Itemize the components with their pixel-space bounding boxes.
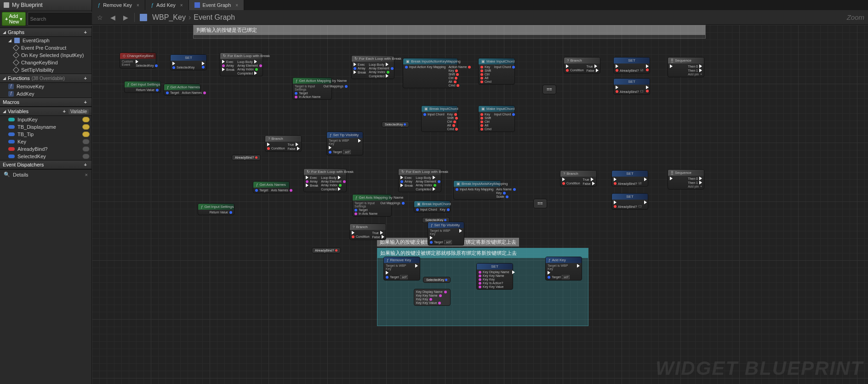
node-remove-key[interactable]: ƒRemove Key Target is WBP KeyTarget self bbox=[383, 257, 420, 281]
close-icon[interactable]: × bbox=[85, 172, 88, 178]
variable-item[interactable]: SelectedKey bbox=[0, 153, 91, 160]
variables-section-header[interactable]: ◢Variables + Variable bbox=[0, 107, 91, 116]
node-set-alreadybind-4[interactable]: SET AlreadyBind?☐ bbox=[611, 193, 648, 210]
variable-item[interactable]: TB_Displayname bbox=[0, 123, 91, 131]
node-break-iakm[interactable]: ▣Break InputActionKeyMapping Input Actio… bbox=[403, 58, 458, 88]
node-get-axis-names[interactable]: ƒGet Axis Names TargetAxis Names bbox=[253, 181, 290, 193]
node-branch-3[interactable]: ?Branch Condition TrueFalse bbox=[349, 224, 386, 240]
function-item[interactable]: f AddKey bbox=[0, 90, 91, 97]
node-branch-1[interactable]: ?Branch Condition TrueFalse bbox=[265, 135, 302, 152]
variable-label: Key bbox=[17, 139, 26, 144]
dispatchers-section-header[interactable]: Event Dispatchers + bbox=[0, 160, 91, 169]
variable-item[interactable]: AlreadyBind? bbox=[0, 145, 91, 153]
visibility-toggle-icon[interactable] bbox=[82, 132, 90, 137]
panel-title: My Blueprint bbox=[0, 0, 91, 10]
tab-label: Event Graph bbox=[203, 2, 231, 8]
add-function-button[interactable]: + bbox=[82, 75, 89, 81]
graphs-section-header[interactable]: ◢Graphs + bbox=[0, 28, 91, 37]
macros-section-header[interactable]: Macros + bbox=[0, 97, 91, 107]
graph-home-icon[interactable] bbox=[139, 13, 148, 22]
node-set-selectedkey[interactable]: SET SelectedKey bbox=[170, 54, 207, 70]
add-new-label: Add New bbox=[9, 13, 19, 24]
node-selectedkey-getter-3[interactable]: SelectedKey bbox=[423, 277, 451, 283]
node-set-alreadybind-1[interactable]: SET AlreadyBind?☑ bbox=[613, 57, 650, 74]
node-make-inputchord-1[interactable]: ▣Make InputChord KeyShiftCtrlAltCmd Inpu… bbox=[478, 58, 515, 85]
function-item[interactable]: f RemoveKey bbox=[0, 83, 91, 90]
close-icon[interactable]: × bbox=[137, 3, 139, 8]
close-icon[interactable]: × bbox=[180, 3, 183, 8]
graph-event-item[interactable]: On Key Selected (InputKey) bbox=[0, 52, 91, 59]
add-new-button[interactable]: + Add New ▾ bbox=[2, 12, 26, 26]
variable-item[interactable]: TB_Tip bbox=[0, 131, 91, 138]
graph-tab[interactable]: Event Graph × bbox=[189, 0, 245, 10]
node-get-input-settings-1[interactable]: ƒGet Input Settings Return Value bbox=[124, 81, 161, 93]
node-alreadybind-getter-1[interactable]: AlreadyBind? bbox=[232, 155, 261, 160]
breadcrumb-parent[interactable]: WBP_Key bbox=[152, 13, 186, 22]
graph-tab[interactable]: ƒAdd Key × bbox=[145, 0, 189, 10]
close-icon[interactable]: × bbox=[235, 3, 238, 8]
variable-item[interactable]: Key bbox=[0, 138, 91, 145]
node-branch-4[interactable]: ?Branch Condition TrueFalse bbox=[560, 170, 597, 187]
node-break-inputchord-1[interactable]: ▣Break InputChord Input Chord KeyShiftCt… bbox=[421, 105, 458, 132]
visibility-toggle-icon[interactable] bbox=[82, 117, 90, 122]
node-settipvisibility-2[interactable]: ƒSet Tip Visibility Target is WBP KeyTar… bbox=[428, 222, 464, 246]
add-macro-button[interactable]: + bbox=[82, 99, 89, 105]
node-alreadybind-getter-2[interactable]: AlreadyBind? bbox=[312, 247, 341, 253]
eventgraph-item[interactable]: ◢ EventGraph bbox=[0, 37, 91, 44]
node-equal-1[interactable]: == bbox=[542, 85, 556, 94]
node-settipvisibility-1[interactable]: ƒSet Tip Visibility Target is WBP KeyTar… bbox=[326, 132, 363, 155]
variable-label: AlreadyBind? bbox=[17, 146, 47, 152]
macros-label: Macros bbox=[3, 99, 19, 105]
node-set-alreadybind-2[interactable]: SET AlreadyBind?☐ bbox=[613, 78, 650, 95]
node-foreach-1[interactable]: ↻For Each Loop with Break Exec Array Bre… bbox=[220, 52, 263, 76]
node-foreach-3[interactable]: ↻For Each Loop with Break Exec Array Bre… bbox=[303, 168, 347, 192]
search-input[interactable] bbox=[30, 16, 93, 22]
node-break-inputchord-2[interactable]: ▣Break InputChord Input Chord Key bbox=[414, 201, 451, 212]
collapse-icon: ◢ bbox=[3, 30, 6, 34]
graph-event-item[interactable]: Event Pre Construct bbox=[0, 44, 91, 52]
zoom-label: Zoom bbox=[847, 13, 864, 21]
graph-canvas[interactable]: 判断输入的按键是否已绑定 如果输入的按键没被绑定那就移除原有绑定将新按键绑定上去… bbox=[92, 25, 868, 384]
node-get-input-settings-2[interactable]: ƒGet Input Settings Return Value bbox=[198, 203, 234, 215]
visibility-toggle-icon[interactable] bbox=[82, 146, 90, 152]
node-get-action-names[interactable]: ƒGet Action Names Target Action Names bbox=[164, 84, 200, 96]
variable-type-icon bbox=[8, 125, 15, 129]
visibility-toggle-icon[interactable] bbox=[82, 139, 90, 144]
node-get-axis-mapping[interactable]: ƒGet Axis Mapping by Name Target is Inpu… bbox=[352, 194, 392, 217]
node-key-pill[interactable]: Key Display NameKey Key NameKey KeyKey K… bbox=[414, 289, 451, 306]
node-equal-2[interactable]: == bbox=[533, 199, 547, 208]
node-foreach-2[interactable]: ↻For Each Loop with Break Exec Array Bre… bbox=[351, 55, 394, 79]
node-break-iaxkm[interactable]: ▣Break InputAxisKeyMapping Input Axis Ke… bbox=[453, 180, 501, 200]
nav-forward-icon[interactable]: ▶ bbox=[121, 13, 130, 22]
node-foreach-4[interactable]: ↻For Each Loop with Break Exec Array Bre… bbox=[398, 168, 441, 192]
node-branch-2[interactable]: ?Branch Condition TrueFalse bbox=[564, 57, 600, 74]
event-icon bbox=[13, 67, 19, 73]
node-sequence-1[interactable]: ⣿Sequence Then 0 Then 1 Add pin+ bbox=[668, 57, 704, 77]
comment-box-1[interactable]: 判断输入的按键是否已绑定 bbox=[193, 25, 706, 39]
functions-section-header[interactable]: ◢Functions (38 Overridable) + bbox=[0, 74, 91, 83]
node-add-key[interactable]: ƒAdd Key Target is WBP KeyTarget self bbox=[545, 257, 582, 281]
node-changekeybind[interactable]: ◇ChangeKeyBind Custom Event SelectedKey bbox=[120, 52, 156, 69]
search-box[interactable]: 🔍 bbox=[28, 12, 102, 26]
nav-back-icon[interactable]: ◀ bbox=[108, 13, 117, 22]
node-set-alreadybind-3[interactable]: SET AlreadyBind?☑ bbox=[611, 170, 648, 187]
details-panel-tab[interactable]: 🔍 Details × bbox=[0, 169, 91, 179]
graph-tab[interactable]: ƒRemove Key × bbox=[92, 0, 145, 10]
favorite-icon[interactable]: ☆ bbox=[96, 13, 104, 22]
node-sequence-2[interactable]: ⣿Sequence Then 0 Then 1 Add pin+ bbox=[668, 169, 704, 189]
graph-event-item[interactable]: ChangeKeyBind bbox=[0, 59, 91, 66]
comment-1-title[interactable]: 判断输入的按键是否已绑定 bbox=[194, 25, 705, 35]
node-selectedkey-getter-1[interactable]: SelectedKey bbox=[382, 121, 409, 127]
visibility-toggle-icon[interactable] bbox=[82, 124, 90, 130]
add-graph-button[interactable]: + bbox=[82, 29, 89, 35]
add-variable-button[interactable]: Variable bbox=[69, 109, 89, 114]
add-dispatcher-button[interactable]: + bbox=[82, 162, 89, 167]
graph-event-item[interactable]: SetTipVisibility bbox=[0, 66, 91, 74]
node-set-big[interactable]: SET Key Display NameKey Key NameKey KeyK… bbox=[476, 263, 513, 290]
node-get-action-mapping[interactable]: ƒGet Action Mapping by Name Target is In… bbox=[292, 77, 332, 100]
visibility-toggle-icon[interactable] bbox=[82, 154, 90, 159]
breadcrumb-current: Event Graph bbox=[194, 13, 235, 22]
add-variable-plus-button[interactable]: + bbox=[61, 109, 68, 114]
node-make-inputchord-2[interactable]: ▣Make InputChord KeyShiftCtrlAltCmdInput… bbox=[478, 105, 515, 132]
variable-item[interactable]: InputKey bbox=[0, 116, 91, 123]
